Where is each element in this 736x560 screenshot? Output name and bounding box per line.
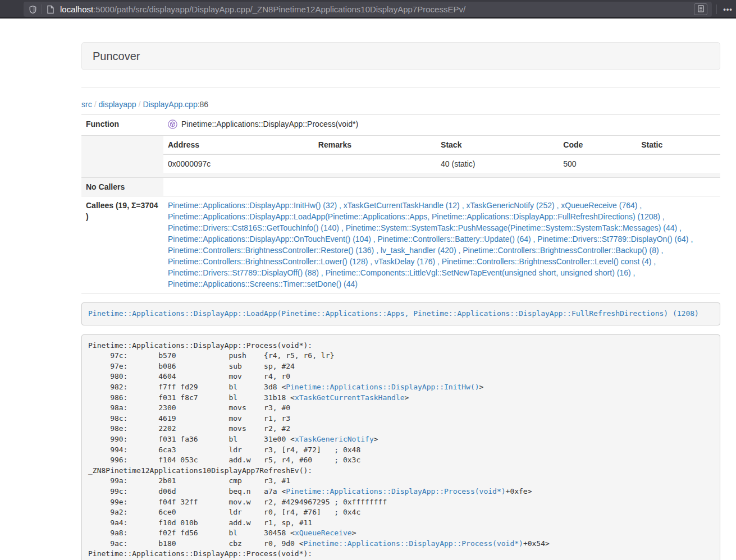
- loadapp-link[interactable]: Pinetime::Applications::DisplayApp::Load…: [88, 309, 699, 318]
- callee-link[interactable]: Pinetime::Controllers::BrightnessControl…: [168, 257, 368, 266]
- stats-value-row: 0x0000097c 40 (static) 500: [163, 154, 720, 173]
- function-row-label: Function: [81, 115, 163, 136]
- callee-separator: ,: [319, 268, 326, 277]
- no-callers-label: No Callers: [81, 178, 163, 196]
- url-bar[interactable]: localhost:5000/path/src/displayapp/Displ…: [24, 2, 712, 17]
- callee-link[interactable]: Pinetime::Controllers::BrightnessControl…: [442, 257, 651, 266]
- callee-separator: ,: [651, 257, 656, 266]
- callee-link[interactable]: vTaskDelay (176): [374, 257, 435, 266]
- function-stats-table: Address Remarks Stack Code Static 0x0000…: [163, 136, 720, 173]
- column-header-address: Address: [163, 136, 314, 154]
- loadapp-panel: Pinetime::Applications::DisplayApp::Load…: [81, 302, 720, 325]
- code-symbol-link[interactable]: xTaskGenericNotify: [295, 435, 374, 443]
- url-input[interactable]: localhost:5000/path/src/displayapp/Displ…: [60, 4, 694, 14]
- menu-button[interactable]: •••: [720, 0, 736, 19]
- callee-separator: ,: [689, 235, 693, 244]
- cube-icon: [168, 120, 177, 132]
- table-row: Callees (19, Σ=3704 ) Pinetime::Applicat…: [81, 196, 720, 293]
- callee-separator: ,: [659, 246, 664, 255]
- column-header-code: Code: [559, 136, 637, 154]
- callee-link[interactable]: Pinetime::Controllers::BrightnessControl…: [168, 246, 374, 255]
- callee-link[interactable]: lv_task_handler (420): [381, 246, 456, 255]
- code-size-value: 500: [559, 154, 637, 173]
- divider: [81, 87, 720, 88]
- callee-separator: ,: [456, 246, 463, 255]
- url-path: :5000/path/src/displayapp/DisplayApp.cpp…: [93, 4, 465, 14]
- callee-link[interactable]: Pinetime::Applications::Screens::Timer::…: [168, 279, 358, 288]
- url-bar-divider: [42, 4, 42, 14]
- column-header-remarks: Remarks: [314, 136, 436, 154]
- breadcrumb-line-number: :86: [198, 100, 208, 109]
- column-header-stack: Stack: [436, 136, 559, 154]
- callees-label: Callees (19, Σ=3704 ): [81, 196, 163, 293]
- address-value: 0x0000097c: [163, 154, 314, 173]
- callee-link[interactable]: Pinetime::Applications::DisplayApp::Load…: [168, 212, 660, 221]
- callee-link[interactable]: Pinetime::Drivers::St7789::DisplayOff() …: [168, 268, 319, 277]
- code-symbol-link[interactable]: Pinetime::Applications::DisplayApp::Proc…: [286, 487, 505, 495]
- static-value: [637, 154, 720, 173]
- breadcrumb-link-file[interactable]: DisplayApp.cpp: [143, 100, 197, 109]
- breadcrumb-separator: /: [92, 100, 99, 109]
- callee-separator: ,: [337, 201, 344, 210]
- reader-mode-icon: [698, 4, 704, 15]
- callee-link[interactable]: Pinetime::System::SystemTask::PushMessag…: [346, 223, 678, 232]
- callee-separator: ,: [631, 268, 636, 277]
- app-header: Puncover: [81, 42, 720, 70]
- table-bottom-border: [81, 293, 720, 294]
- callee-link[interactable]: Pinetime::Drivers::Cst816S::GetTouchInfo…: [168, 223, 339, 232]
- callee-link[interactable]: xQueueReceive (764): [561, 201, 637, 210]
- toolbar-divider: [716, 4, 717, 14]
- breadcrumb-link-src[interactable]: src: [81, 100, 92, 109]
- stack-value: 40 (static): [436, 154, 559, 173]
- callee-separator: ,: [555, 201, 561, 210]
- callee-link[interactable]: Pinetime::Applications::DisplayApp::Init…: [168, 201, 337, 210]
- table-row: Function Pinetime::Applications::Display…: [81, 115, 720, 136]
- breadcrumb-separator: /: [136, 100, 143, 109]
- function-name-cell: Pinetime::Applications::DisplayApp::Proc…: [163, 115, 720, 136]
- callee-link[interactable]: xTaskGenericNotify (252): [466, 201, 554, 210]
- callee-separator: ,: [637, 201, 642, 210]
- breadcrumb: src/displayapp/DisplayApp.cpp:86: [81, 99, 720, 110]
- callee-separator: ,: [371, 235, 378, 244]
- callee-separator: ,: [339, 223, 346, 232]
- callee-separator: ,: [374, 246, 381, 255]
- table-row: No Callers: [81, 178, 720, 196]
- callee-separator: ,: [660, 212, 665, 221]
- callee-separator: ,: [531, 235, 538, 244]
- callees-list: Pinetime::Applications::DisplayApp::Init…: [163, 196, 720, 293]
- function-table: Function Pinetime::Applications::Display…: [81, 114, 720, 293]
- callee-separator: ,: [460, 201, 467, 210]
- callee-link[interactable]: Pinetime::Drivers::St7789::DisplayOn() (…: [537, 235, 688, 244]
- page-title: Puncover: [93, 50, 709, 62]
- stats-header-row: Address Remarks Stack Code Static: [163, 136, 720, 154]
- code-symbol-link[interactable]: Pinetime::Applications::DisplayApp::Proc…: [304, 539, 523, 548]
- callee-separator: ,: [677, 223, 682, 232]
- disassembly: Pinetime::Applications::DisplayApp::Proc…: [81, 334, 720, 560]
- url-host: localhost: [60, 4, 93, 14]
- reader-mode-button[interactable]: [694, 3, 707, 15]
- browser-bar: localhost:5000/path/src/displayapp/Displ…: [0, 0, 736, 19]
- menu-dots-icon: •••: [723, 5, 733, 13]
- empty-row-label: [81, 136, 163, 178]
- callee-separator: ,: [368, 257, 374, 266]
- callers-cell: [163, 178, 720, 196]
- breadcrumb-link-displayapp[interactable]: displayapp: [99, 100, 136, 109]
- callee-link[interactable]: xTaskGetCurrentTaskHandle (12): [344, 201, 460, 210]
- function-name: Pinetime::Applications::DisplayApp::Proc…: [181, 120, 358, 128]
- page-container: Puncover src/displayapp/DisplayApp.cpp:8…: [81, 42, 720, 560]
- code-symbol-link[interactable]: xQueueReceive: [295, 529, 352, 537]
- function-stats-cell: Address Remarks Stack Code Static 0x0000…: [163, 136, 720, 178]
- remarks-value: [314, 154, 436, 173]
- column-header-static: Static: [637, 136, 720, 154]
- table-row: Address Remarks Stack Code Static 0x0000…: [81, 136, 720, 178]
- code-symbol-link[interactable]: Pinetime::Applications::DisplayApp::Init…: [286, 383, 479, 391]
- shield-icon[interactable]: [29, 5, 37, 14]
- callee-link[interactable]: Pinetime::Controllers::Battery::Update()…: [378, 235, 531, 244]
- callee-link[interactable]: Pinetime::Controllers::BrightnessControl…: [463, 246, 659, 255]
- page-icon[interactable]: [47, 5, 54, 14]
- callee-link[interactable]: Pinetime::Components::LittleVgl::SetNewT…: [326, 268, 631, 277]
- callee-link[interactable]: Pinetime::Applications::DisplayApp::OnTo…: [168, 235, 371, 244]
- callee-separator: ,: [435, 257, 442, 266]
- code-symbol-link[interactable]: xTaskGetCurrentTaskHandle: [295, 393, 405, 402]
